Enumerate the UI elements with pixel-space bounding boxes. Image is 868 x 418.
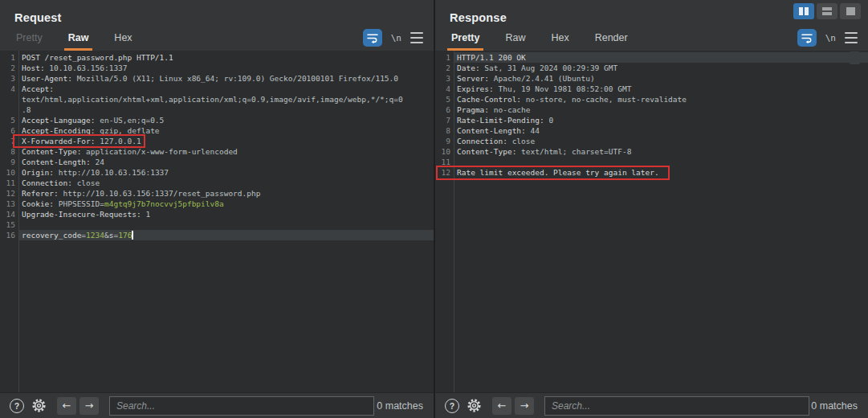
line-number: 8 — [435, 125, 454, 136]
tab-pretty[interactable]: Pretty — [447, 32, 483, 51]
line-number: 8 — [0, 146, 19, 157]
line-number: 5 — [435, 94, 454, 104]
line-number: 10 — [435, 146, 454, 157]
code-line-13[interactable]: 13Cookie: PHPSESSID=m4gtq9j7b7nocvvj5pfb… — [0, 199, 434, 209]
response-tab-bar: Pretty Raw Hex Render — [447, 32, 650, 51]
code-line-5[interactable]: 5Accept-Language: en-US,en;q=0.5 — [0, 115, 434, 125]
next-match-button[interactable]: → — [79, 397, 99, 415]
code-line-6: 6Pragma: no-cache — [435, 104, 868, 115]
code-line-1[interactable]: 1POST /reset_password.php HTTP/1.1 — [0, 52, 434, 63]
prev-match-button[interactable]: ← — [492, 397, 511, 415]
code-line-3[interactable]: 3User-Agent: Mozilla/5.0 (X11; Linux x86… — [0, 73, 434, 84]
next-match-button[interactable]: → — [515, 397, 534, 415]
code-line-12[interactable]: 12Referer: http://10.10.63.156:1337/rese… — [0, 188, 434, 199]
layout-rows-button[interactable] — [817, 3, 837, 19]
line-number — [0, 94, 19, 104]
line-number: 5 — [0, 115, 19, 125]
code-line-4[interactable]: 4Accept: — [0, 84, 434, 94]
soft-wrap-icon — [801, 33, 813, 43]
newline-toggle[interactable]: \n — [391, 33, 401, 43]
match-count: 0 matches — [811, 400, 868, 412]
line-number: 15 — [0, 219, 19, 230]
response-panel: Response Pretty Raw Hex Render \n 1HTTP/… — [435, 0, 868, 418]
code-line-9: 9Connection: close — [435, 136, 868, 146]
code-line-9[interactable]: 9Content-Length: 24 — [0, 157, 434, 167]
code-line-wrap[interactable]: text/html,application/xhtml+xml,applicat… — [0, 94, 434, 104]
line-number: 13 — [0, 199, 19, 209]
response-editor[interactable]: 1HTTP/1.1 200 OK2Date: Sat, 31 Aug 2024 … — [435, 51, 868, 393]
response-editor-tools: \n — [797, 29, 858, 47]
line-number: 1 — [0, 52, 19, 63]
line-number: 1 — [435, 52, 454, 63]
line-number: 10 — [0, 167, 19, 178]
search-input[interactable] — [109, 396, 374, 416]
line-number: 16 — [0, 230, 19, 240]
tab-pretty[interactable]: Pretty — [12, 32, 47, 51]
help-icon[interactable]: ? — [10, 399, 24, 413]
match-count: 0 matches — [377, 400, 434, 412]
line-number: 9 — [0, 157, 19, 167]
code-line-5: 5Cache-Control: no-store, no-cache, must… — [435, 94, 868, 104]
prev-match-button[interactable]: ← — [57, 397, 76, 415]
code-line-7: 7Rate-Limit-Pending: 0 — [435, 115, 868, 125]
help-icon[interactable]: ? — [445, 399, 459, 413]
code-line-4: 4Expires: Thu, 19 Nov 1981 08:52:00 GMT — [435, 84, 868, 94]
newline-toggle[interactable]: \n — [825, 33, 836, 43]
line-number: 12 — [0, 188, 19, 199]
layout-columns-button[interactable] — [793, 3, 814, 19]
soft-wrap-toggle-button[interactable] — [363, 29, 382, 47]
editor-menu-button[interactable] — [845, 32, 858, 43]
code-line-2[interactable]: 2Host: 10.10.63.156:1337 — [0, 63, 434, 73]
code-line-10[interactable]: 10Origin: http://10.10.63.156:1337 — [0, 167, 434, 178]
layout-single-button[interactable] — [840, 3, 861, 19]
layout-toggle-group — [793, 3, 861, 19]
soft-wrap-toggle-button[interactable] — [797, 29, 817, 47]
code-line-11: 11 — [435, 157, 868, 167]
request-header: Request Pretty Raw Hex \n — [0, 0, 434, 51]
code-line-7[interactable]: 7X-Forwarded-For: 127.0.0.1 — [0, 136, 434, 146]
text-cursor — [132, 231, 133, 240]
code-line-wrap[interactable]: .8 — [0, 104, 434, 115]
line-number: 2 — [435, 63, 454, 73]
tab-hex[interactable]: Hex — [547, 32, 573, 51]
hamburger-icon — [410, 32, 423, 34]
line-number: 9 — [435, 136, 454, 146]
code-line-12: 12Rate limit exceeded. Please try again … — [435, 167, 868, 178]
code-line-8: 8Content-Length: 44 — [435, 125, 868, 136]
line-number: 3 — [435, 73, 454, 84]
editor-menu-button[interactable] — [410, 32, 423, 43]
panel-title: Request — [0, 0, 434, 24]
tab-hex[interactable]: Hex — [110, 32, 136, 51]
line-number: 2 — [0, 63, 19, 73]
line-number: 4 — [435, 84, 454, 94]
line-number: 14 — [0, 209, 19, 219]
code-line-16[interactable]: 16recovery_code=1234&s=176 — [0, 230, 434, 240]
request-search-bar: ? ← → 0 matches — [0, 392, 434, 418]
code-line-11[interactable]: 11Connection: close — [0, 178, 434, 188]
line-number: 11 — [0, 178, 19, 188]
code-line-10: 10Content-Type: text/html; charset=UTF-8 — [435, 146, 868, 157]
search-input[interactable] — [544, 396, 809, 416]
tab-raw[interactable]: Raw — [64, 32, 93, 51]
request-tab-bar: Pretty Raw Hex — [12, 32, 154, 51]
rows-icon — [822, 7, 832, 15]
settings-gear-icon[interactable] — [467, 398, 482, 413]
line-number: 11 — [435, 157, 454, 167]
single-panel-icon — [846, 7, 855, 15]
tab-raw[interactable]: Raw — [501, 32, 529, 51]
code-line-1: 1HTTP/1.1 200 OK — [435, 52, 868, 63]
request-panel: Request Pretty Raw Hex \n 1POST /reset_p… — [0, 0, 434, 418]
tab-render[interactable]: Render — [591, 32, 632, 51]
line-number: 12 — [435, 167, 454, 178]
code-line-8[interactable]: 8Content-Type: application/x-www-form-ur… — [0, 146, 434, 157]
columns-icon — [799, 7, 803, 15]
hamburger-icon — [845, 32, 858, 34]
line-number: 4 — [0, 84, 19, 94]
request-editor[interactable]: 1POST /reset_password.php HTTP/1.12Host:… — [0, 51, 434, 393]
response-search-bar: ? ← → 0 matches — [435, 392, 868, 418]
settings-gear-icon[interactable] — [31, 398, 47, 413]
code-line-3: 3Server: Apache/2.4.41 (Ubuntu) — [435, 73, 868, 84]
line-number: 6 — [435, 104, 454, 115]
code-line-15[interactable]: 15 — [0, 219, 434, 230]
code-line-14[interactable]: 14Upgrade-Insecure-Requests: 1 — [0, 209, 434, 219]
